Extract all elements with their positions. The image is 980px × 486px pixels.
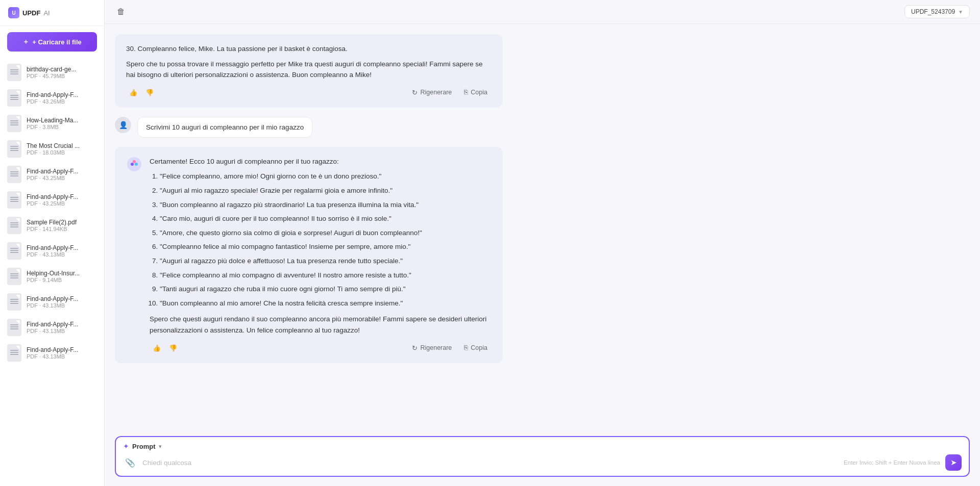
file-info: Find-and-Apply-F... PDF · 43.13MB	[27, 346, 78, 360]
file-info: How-Leading-Ma... PDF · 3.8MB	[27, 117, 78, 130]
ai-msg2-intro: Certamente! Ecco 10 auguri di compleanno…	[150, 156, 492, 167]
file-list-item[interactable]: Find-and-Apply-F... PDF · 43.25MB	[0, 187, 104, 213]
copy-icon-1: ⎘	[464, 89, 468, 96]
ai-msg2-list-item: "Auguri al ragazzo più dolce e affettuos…	[160, 255, 492, 267]
svg-point-2	[135, 163, 138, 166]
ai-msg2-list-item: "Caro mio, auguri di cuore per il tuo co…	[160, 213, 492, 224]
ai-msg2-outro: Spero che questi auguri rendano il suo c…	[150, 314, 492, 336]
ai-msg2-list-item: "Buon compleanno al mio amore! Che la no…	[160, 298, 492, 309]
file-name: Find-and-Apply-F...	[27, 168, 78, 175]
user-avatar: 👤	[115, 117, 131, 133]
file-icon	[7, 242, 21, 260]
file-name: Find-and-Apply-F...	[27, 295, 78, 302]
ai-msg2-list-item: "Amore, che questo giorno sia colmo di g…	[160, 227, 492, 239]
copy-label-2: Copia	[471, 344, 487, 351]
user-badge[interactable]: UPDF_5243709 ▼	[904, 5, 970, 18]
file-meta: PDF · 43.13MB	[27, 353, 78, 360]
file-meta: PDF · 141.94KB	[27, 226, 77, 232]
ai-msg2-content: Certamente! Ecco 10 auguri di compleanno…	[150, 156, 492, 354]
ai-msg2-list-item: "Felice compleanno al mio compagno di av…	[160, 270, 492, 281]
upload-label: + Caricare il file	[32, 38, 81, 46]
ai-msg2-list-item: "Auguri al mio ragazzo speciale! Grazie …	[160, 185, 492, 196]
ai-msg2-list-item: "Tanti auguri al ragazzo che ruba il mio…	[160, 284, 492, 295]
file-list-item[interactable]: How-Leading-Ma... PDF · 3.8MB	[0, 111, 104, 136]
upload-button[interactable]: ＋ + Caricare il file	[7, 32, 97, 52]
ai-msg2-text: Certamente! Ecco 10 auguri di compleanno…	[150, 156, 492, 336]
file-meta: PDF · 43.13MB	[27, 251, 78, 258]
file-list-item[interactable]: Sample File(2).pdf PDF · 141.94KB	[0, 213, 104, 238]
file-info: Find-and-Apply-F... PDF · 43.25MB	[27, 168, 78, 181]
copy-btn-2[interactable]: ⎘ Copia	[460, 342, 492, 353]
svg-point-1	[131, 163, 134, 166]
file-list-item[interactable]: Find-and-Apply-F... PDF · 43.13MB	[0, 289, 104, 315]
ai-msg2-list: "Felice compleanno, amore mio! Ogni gior…	[150, 171, 492, 309]
svg-point-3	[133, 160, 136, 163]
ai-msg2-list-item: "Felice compleanno, amore mio! Ogni gior…	[160, 171, 492, 182]
thumbs-down-2[interactable]: 👎	[166, 342, 180, 354]
user-message-row: 👤 Scrivimi 10 auguri di compleanno per i…	[115, 117, 312, 138]
file-list-item[interactable]: Find-and-Apply-F... PDF · 43.13MB	[0, 315, 104, 340]
thumbs-up-2[interactable]: 👍	[150, 342, 164, 354]
file-list-item[interactable]: Find-and-Apply-F... PDF · 43.13MB	[0, 340, 104, 366]
file-name: Find-and-Apply-F...	[27, 193, 78, 200]
prompt-input-row: 📎 Enter Invio; Shift + Enter Nuova linea…	[123, 454, 962, 471]
file-name: birthday-card-ge...	[27, 66, 76, 73]
file-name: Find-and-Apply-F...	[27, 321, 78, 328]
file-list-item[interactable]: birthday-card-ge... PDF · 45.79MB	[0, 60, 104, 85]
svg-point-0	[127, 157, 141, 171]
file-icon	[7, 89, 21, 107]
ai-msg1-actions: 👍 👎 ↻ Rigenerare ⎘ Copia	[126, 87, 492, 98]
file-meta: PDF · 43.26MB	[27, 98, 78, 105]
file-icon	[7, 115, 21, 132]
file-name: Sample File(2).pdf	[27, 219, 77, 226]
attach-button[interactable]: 📎	[123, 456, 137, 470]
file-info: Find-and-Apply-F... PDF · 43.13MB	[27, 295, 78, 309]
user-avatar-icon: 👤	[119, 121, 128, 129]
user-message-text: Scrivimi 10 auguri di compleanno per il …	[146, 123, 304, 131]
prompt-input[interactable]	[142, 459, 839, 467]
attach-icon: 📎	[125, 458, 135, 467]
copy-icon-2: ⎘	[464, 344, 468, 351]
file-meta: PDF · 9.14MB	[27, 277, 80, 283]
file-list-item[interactable]: The Most Crucial ... PDF · 18.03MB	[0, 136, 104, 162]
ai-msg1-text-before: 30. Compleanno felice, Mike. La tua pass…	[126, 43, 492, 55]
copy-label-1: Copia	[471, 89, 487, 96]
thumbs-group-2: 👍 👎	[150, 342, 180, 354]
file-list-item[interactable]: Find-and-Apply-F... PDF · 43.26MB	[0, 85, 104, 111]
file-icon	[7, 217, 21, 234]
regenerate-btn-2[interactable]: ↻ Rigenerare	[408, 342, 456, 354]
app-name: UPDF	[22, 9, 40, 17]
prompt-dropdown-arrow[interactable]: ▾	[159, 443, 162, 450]
trash-button[interactable]: 🗑	[115, 5, 127, 18]
ai-message-2: Certamente! Ecco 10 auguri di compleanno…	[115, 147, 503, 363]
prompt-header: ✦ Prompt ▾	[123, 442, 962, 450]
regen-label-1: Rigenerare	[420, 89, 452, 96]
app-logo-icon: U	[8, 7, 19, 18]
file-list-item[interactable]: Helping-Out-Insur... PDF · 9.14MB	[0, 264, 104, 289]
file-info: Find-and-Apply-F... PDF · 43.13MB	[27, 244, 78, 258]
sidebar: U UPDF AI ＋ + Caricare il file birthday-…	[0, 0, 105, 486]
prompt-star-icon: ✦	[123, 442, 129, 450]
file-icon	[7, 140, 21, 158]
thumbs-up-1[interactable]: 👍	[126, 87, 140, 98]
send-button[interactable]: ➤	[945, 454, 962, 471]
file-icon	[7, 293, 21, 311]
file-name: How-Leading-Ma...	[27, 117, 78, 124]
file-name: The Most Crucial ...	[27, 142, 80, 149]
thumbs-down-1[interactable]: 👎	[142, 87, 157, 98]
file-meta: PDF · 3.8MB	[27, 124, 78, 130]
file-name: Helping-Out-Insur...	[27, 270, 80, 277]
app-suffix: AI	[43, 9, 50, 17]
file-icon	[7, 344, 21, 362]
copy-btn-1[interactable]: ⎘ Copia	[460, 87, 492, 98]
regen-icon-1: ↻	[412, 89, 418, 96]
file-list-item[interactable]: Find-and-Apply-F... PDF · 43.13MB	[0, 238, 104, 264]
file-meta: PDF · 43.25MB	[27, 200, 78, 207]
ai-msg2-actions: 👍 👎 ↻ Rigenerare ⎘ Copia	[150, 342, 492, 354]
regenerate-btn-1[interactable]: ↻ Rigenerare	[408, 87, 456, 98]
ai-msg2-list-item: "Compleanno felice al mio compagno fanta…	[160, 241, 492, 252]
file-list-item[interactable]: Find-and-Apply-F... PDF · 43.25MB	[0, 162, 104, 187]
file-meta: PDF · 43.13MB	[27, 302, 78, 309]
file-icon	[7, 64, 21, 81]
file-name: Find-and-Apply-F...	[27, 346, 78, 353]
